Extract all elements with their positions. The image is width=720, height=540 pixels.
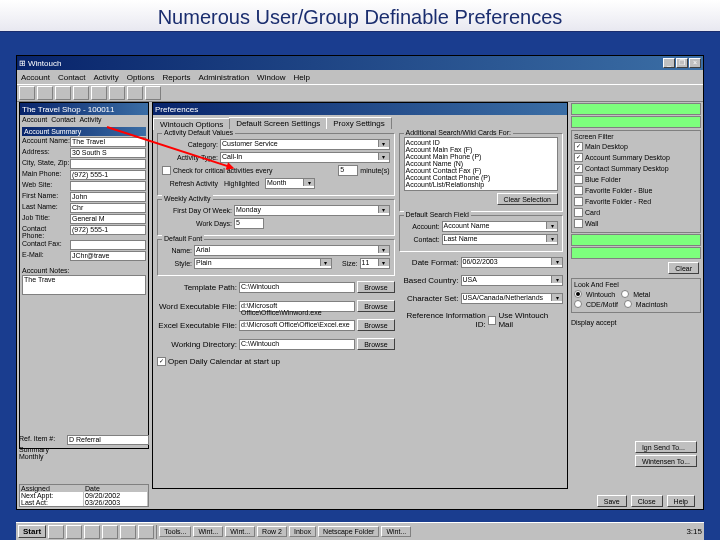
- toolbar-btn[interactable]: [145, 86, 161, 100]
- toolbar-btn[interactable]: [127, 86, 143, 100]
- look-radio[interactable]: [574, 290, 582, 298]
- quicklaunch-icon[interactable]: [48, 525, 64, 539]
- addl-item[interactable]: Account Contact Phone (P): [406, 174, 556, 181]
- addl-item[interactable]: Account ID: [406, 139, 556, 146]
- summary-value[interactable]: General M: [70, 214, 146, 224]
- workdir-input[interactable]: C:\Wintouch: [239, 339, 355, 350]
- toolbar-btn[interactable]: [109, 86, 125, 100]
- close-dialog-button[interactable]: Close: [631, 495, 663, 507]
- country-select[interactable]: USA: [461, 275, 563, 286]
- green-row[interactable]: [571, 247, 701, 259]
- quicklaunch-icon[interactable]: [102, 525, 118, 539]
- toolbar-btn[interactable]: [19, 86, 35, 100]
- notes-value[interactable]: The Trave: [22, 275, 146, 295]
- summary-value[interactable]: [70, 181, 146, 191]
- addl-item[interactable]: Account Name (N): [406, 160, 556, 167]
- look-radio[interactable]: [624, 300, 632, 308]
- tab-proxy[interactable]: Proxy Settings: [326, 117, 392, 129]
- excel-input[interactable]: d:\Microsoft Office\Office\Excel.exe: [239, 320, 355, 331]
- summary-value[interactable]: JChr@trave: [70, 251, 146, 261]
- dow-select[interactable]: Monday: [234, 205, 390, 216]
- menu-account[interactable]: Account: [21, 73, 50, 82]
- quicklaunch-icon[interactable]: [84, 525, 100, 539]
- task-button[interactable]: Wint...: [381, 526, 411, 537]
- acct-menu[interactable]: Contact: [51, 116, 75, 123]
- browse-button[interactable]: Browse: [357, 319, 394, 331]
- filter-checkbox[interactable]: [574, 175, 583, 184]
- quicklaunch-icon[interactable]: [66, 525, 82, 539]
- clear-button[interactable]: Clear: [668, 262, 699, 274]
- ign-send-button[interactable]: Ign Send To...: [635, 441, 697, 453]
- look-radio[interactable]: [621, 290, 629, 298]
- summary-value[interactable]: [70, 159, 146, 169]
- minimize-button[interactable]: _: [663, 58, 675, 68]
- toolbar-btn[interactable]: [91, 86, 107, 100]
- check-critical-checkbox[interactable]: [162, 166, 171, 175]
- menu-reports[interactable]: Reports: [162, 73, 190, 82]
- acct-menu[interactable]: Account: [22, 116, 47, 123]
- addl-item[interactable]: Account Main Fax (F): [406, 146, 556, 153]
- wintensen-button[interactable]: Wintensen To...: [635, 455, 697, 467]
- addl-listbox[interactable]: Account IDAccount Main Fax (F)Account Ma…: [404, 137, 558, 191]
- template-input[interactable]: C:\Wintouch: [239, 282, 355, 293]
- summary-value[interactable]: 30 South S: [70, 148, 146, 158]
- green-row[interactable]: [571, 234, 701, 246]
- toolbar-btn[interactable]: [73, 86, 89, 100]
- task-button[interactable]: Netscape Folder: [318, 526, 379, 537]
- acct-menu[interactable]: Activity: [79, 116, 101, 123]
- use-wintouch-checkbox[interactable]: [488, 316, 497, 325]
- summary-value[interactable]: John: [70, 192, 146, 202]
- clear-selection-button[interactable]: Clear Selection: [497, 193, 558, 205]
- font-size-select[interactable]: 11: [360, 258, 390, 269]
- maximize-button[interactable]: ❐: [676, 58, 688, 68]
- days-input[interactable]: 5: [234, 218, 264, 229]
- browse-button[interactable]: Browse: [357, 338, 394, 350]
- summary-value[interactable]: (972) 555-1: [70, 225, 146, 235]
- quicklaunch-icon[interactable]: [120, 525, 136, 539]
- filter-checkbox[interactable]: ✓: [574, 164, 583, 173]
- dateformat-select[interactable]: 06/02/2003: [461, 257, 563, 268]
- summary-value[interactable]: (972) 555-1: [70, 170, 146, 180]
- browse-button[interactable]: Browse: [357, 281, 394, 293]
- word-input[interactable]: d:\Microsoft Office\Office\Winword.exe: [239, 301, 355, 312]
- filter-checkbox[interactable]: ✓: [574, 153, 583, 162]
- filter-checkbox[interactable]: [574, 219, 583, 228]
- filter-checkbox[interactable]: [574, 208, 583, 217]
- ref-item-value[interactable]: D Referral: [67, 435, 149, 445]
- menu-help[interactable]: Help: [294, 73, 310, 82]
- search-contact-select[interactable]: Last Name: [442, 234, 558, 245]
- task-button[interactable]: Wint...: [193, 526, 223, 537]
- look-radio[interactable]: [574, 300, 582, 308]
- green-row[interactable]: [571, 116, 701, 128]
- check-minutes-input[interactable]: 5: [338, 165, 358, 176]
- save-button[interactable]: Save: [597, 495, 627, 507]
- filter-checkbox[interactable]: [574, 186, 583, 195]
- summary-value[interactable]: The Travel: [70, 137, 146, 147]
- task-button[interactable]: Tools...: [159, 526, 191, 537]
- task-button[interactable]: Inbox: [289, 526, 316, 537]
- refresh-select[interactable]: Month: [265, 178, 315, 189]
- menu-activity[interactable]: Activity: [93, 73, 118, 82]
- tab-default-screen[interactable]: Default Screen Settings: [229, 117, 327, 129]
- close-button[interactable]: ×: [689, 58, 701, 68]
- addl-item[interactable]: Account Main Phone (P): [406, 153, 556, 160]
- search-account-select[interactable]: Account Name: [442, 221, 558, 232]
- toolbar-btn[interactable]: [37, 86, 53, 100]
- menu-window[interactable]: Window: [257, 73, 285, 82]
- task-button[interactable]: Wint...: [225, 526, 255, 537]
- font-style-select[interactable]: Plain: [194, 258, 332, 269]
- toolbar-btn[interactable]: [55, 86, 71, 100]
- filter-checkbox[interactable]: [574, 197, 583, 206]
- type-select[interactable]: Call-In: [220, 152, 390, 163]
- font-name-select[interactable]: Arial: [194, 245, 390, 256]
- menu-admin[interactable]: Administration: [198, 73, 249, 82]
- task-button[interactable]: Row 2: [257, 526, 287, 537]
- addl-item[interactable]: Account/List/Relationship: [406, 181, 556, 188]
- menu-options[interactable]: Options: [127, 73, 155, 82]
- charset-select[interactable]: USA/Canada/Netherlands: [461, 293, 563, 304]
- open-daily-checkbox[interactable]: ✓: [157, 357, 166, 366]
- browse-button[interactable]: Browse: [357, 300, 394, 312]
- quicklaunch-icon[interactable]: [138, 525, 154, 539]
- summary-value[interactable]: [70, 240, 146, 250]
- menu-contact[interactable]: Contact: [58, 73, 86, 82]
